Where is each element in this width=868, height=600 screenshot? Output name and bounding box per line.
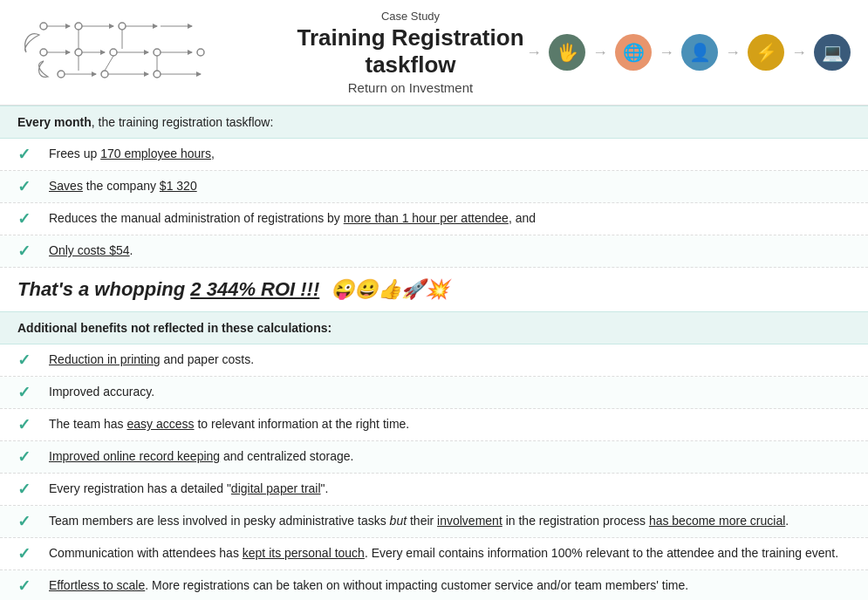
benefit-text-5: Every registration has a detailed "digit… bbox=[49, 481, 328, 498]
workflow-icon-5: 💻 bbox=[814, 34, 851, 71]
check-row-4: ✓ Only costs $54. bbox=[0, 235, 868, 268]
benefit-checkmark-2: ✓ bbox=[17, 383, 37, 402]
hour-per-attendee-link: more than 1 hour per attendee bbox=[344, 211, 509, 225]
benefit-text-1: Reduction in printing and paper costs. bbox=[49, 351, 254, 369]
svg-point-4 bbox=[119, 23, 126, 30]
check-text-3: Reduces the manual administration of reg… bbox=[49, 210, 536, 228]
check-row-1: ✓ Frees up 170 employee hours, bbox=[0, 139, 868, 171]
flow-diagram bbox=[17, 9, 297, 96]
header-center: Case Study Training Registration taskflo… bbox=[297, 10, 524, 95]
benefit-text-8: Effortless to scale. More registrations … bbox=[49, 577, 688, 595]
svg-point-18 bbox=[101, 71, 108, 78]
svg-point-7 bbox=[40, 49, 47, 56]
check-text-1: Frees up 170 employee hours, bbox=[49, 146, 215, 163]
flow-diagram-svg bbox=[17, 9, 262, 96]
benefit-row-8: ✓ Effortless to scale. More registration… bbox=[0, 570, 868, 600]
check-text-2: Saves the company $1 320 bbox=[49, 178, 197, 195]
reduction-printing-link: Reduction in printing bbox=[49, 352, 161, 366]
svg-line-25 bbox=[105, 56, 113, 71]
benefit-text-2: Improved accuracy. bbox=[49, 384, 154, 401]
benefit-row-3: ✓ The team has easy access to relevant i… bbox=[0, 409, 868, 441]
benefit-text-4: Improved online record keeping and centr… bbox=[49, 448, 353, 466]
svg-point-20 bbox=[154, 71, 161, 78]
header-icons: → 🖐️ → 🌐 → 👤 → ⚡ → 💻 bbox=[524, 34, 851, 71]
only-costs-link: Only costs $54 bbox=[49, 243, 130, 257]
involvement-link: involvement bbox=[437, 514, 502, 528]
roi-section: That's a whopping 2 344% ROI !!! 😜😀👍🚀💥 bbox=[0, 268, 868, 311]
svg-point-16 bbox=[58, 71, 65, 78]
benefit-checkmark-5: ✓ bbox=[17, 480, 37, 499]
svg-point-11 bbox=[110, 49, 117, 56]
workflow-icon-4: ⚡ bbox=[748, 34, 784, 71]
benefit-text-3: The team has easy access to relevant inf… bbox=[49, 416, 409, 433]
benefit-checkmark-3: ✓ bbox=[17, 415, 37, 434]
svg-point-13 bbox=[154, 49, 161, 56]
checkmark-3: ✓ bbox=[17, 209, 37, 228]
check-row-2: ✓ Saves the company $1 320 bbox=[0, 171, 868, 203]
more-crucial-link: has become more crucial bbox=[649, 514, 785, 528]
arrow-icon-2: → bbox=[592, 44, 608, 62]
roi-text: That's a whopping 2 344% ROI !!! 😜😀👍🚀💥 bbox=[17, 278, 448, 300]
check-row-3: ✓ Reduces the manual administration of r… bbox=[0, 203, 868, 235]
page-title: Training Registration taskflow bbox=[297, 24, 524, 78]
svg-point-15 bbox=[197, 49, 204, 56]
benefit-row-2: ✓ Improved accuracy. bbox=[0, 377, 868, 409]
online-record-link: Improved online record keeping bbox=[49, 449, 220, 463]
check-text-4: Only costs $54. bbox=[49, 242, 133, 260]
checkmark-4: ✓ bbox=[17, 242, 37, 261]
benefit-checkmark-4: ✓ bbox=[17, 447, 37, 467]
benefit-checkmark-1: ✓ bbox=[17, 351, 37, 370]
benefit-row-7: ✓ Communication with attendees has kept … bbox=[0, 538, 868, 570]
additional-section-header: Additional benefits not reflected in the… bbox=[0, 311, 868, 344]
easy-access-link: easy access bbox=[127, 417, 195, 431]
employee-hours-link: 170 employee hours bbox=[100, 147, 211, 160]
monthly-header-bold: Every month bbox=[17, 115, 92, 129]
benefit-checkmark-6: ✓ bbox=[17, 512, 37, 531]
benefit-text-7: Communication with attendees has kept it… bbox=[49, 545, 838, 562]
checkmark-2: ✓ bbox=[17, 177, 37, 196]
benefit-row-5: ✓ Every registration has a detailed "dig… bbox=[0, 474, 868, 506]
workflow-icon-1: 🖐️ bbox=[549, 34, 585, 71]
monthly-section-header: Every month, the training registration t… bbox=[0, 106, 868, 139]
digital-trail-link: digital paper trail bbox=[231, 481, 321, 495]
checkmark-1: ✓ bbox=[17, 145, 37, 164]
roi-number: 2 344% ROI !!! bbox=[190, 278, 319, 300]
case-study-label: Case Study bbox=[297, 10, 524, 23]
arrow-icon: → bbox=[526, 44, 542, 62]
benefit-checkmark-7: ✓ bbox=[17, 544, 37, 563]
arrow-icon-4: → bbox=[725, 44, 741, 62]
saves-amount-link: $1 320 bbox=[160, 179, 197, 193]
personal-touch-link: kept its personal touch bbox=[243, 546, 365, 560]
workflow-icon-2: 🌐 bbox=[615, 34, 652, 71]
header: Case Study Training Registration taskflo… bbox=[0, 0, 868, 106]
benefit-text-6: Team members are less involved in pesky … bbox=[49, 513, 789, 530]
additional-header-bold: Additional benefits not reflected in the… bbox=[17, 321, 331, 335]
effortless-scale-link: Effortless to scale bbox=[49, 578, 145, 592]
arrow-icon-5: → bbox=[791, 44, 807, 62]
benefit-checkmark-8: ✓ bbox=[17, 576, 37, 596]
svg-point-2 bbox=[75, 23, 82, 30]
benefit-row-4: ✓ Improved online record keeping and cen… bbox=[0, 441, 868, 474]
saves-link: Saves bbox=[49, 179, 83, 193]
benefit-row-1: ✓ Reduction in printing and paper costs. bbox=[0, 344, 868, 377]
benefit-row-6: ✓ Team members are less involved in pesk… bbox=[0, 506, 868, 538]
page-subtitle: Return on Investment bbox=[297, 80, 524, 95]
svg-point-0 bbox=[40, 23, 47, 30]
workflow-icon-3: 👤 bbox=[681, 34, 718, 71]
arrow-icon-3: → bbox=[659, 44, 674, 62]
svg-point-9 bbox=[75, 49, 82, 56]
